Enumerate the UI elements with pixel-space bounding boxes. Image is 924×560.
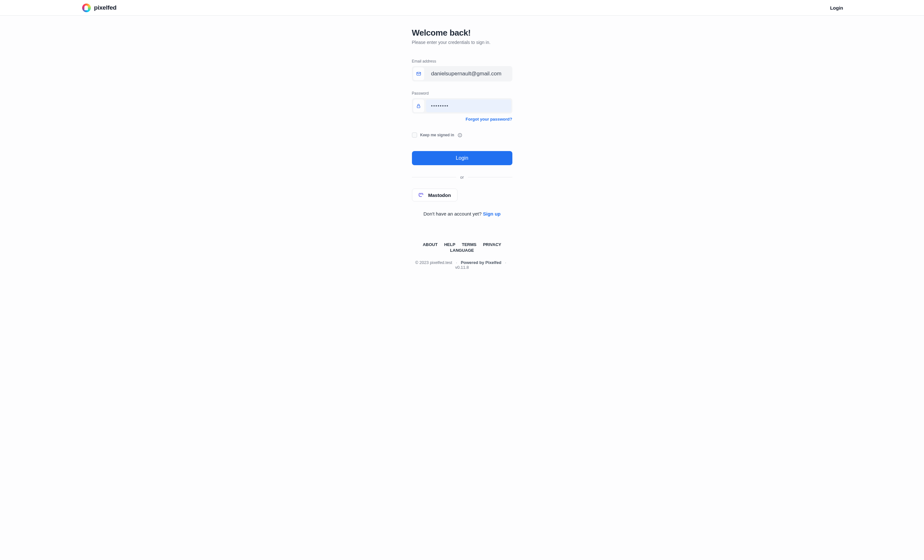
footer-link-privacy[interactable]: PRIVACY	[483, 242, 501, 247]
email-label: Email address	[412, 59, 512, 63]
lock-icon	[413, 99, 424, 112]
svg-rect-1	[417, 106, 420, 108]
divider: or	[412, 175, 512, 180]
password-label: Password	[412, 91, 512, 96]
page-title: Welcome back!	[412, 28, 512, 38]
mastodon-button[interactable]: Mastodon	[412, 189, 458, 201]
signup-link[interactable]: Sign up	[483, 211, 501, 217]
footer-link-language[interactable]: LANGUAGE	[450, 248, 474, 253]
signup-line: Don't have an account yet? Sign up	[412, 211, 512, 217]
brand-name: pixelfed	[94, 4, 117, 11]
remember-row: Keep me signed in	[412, 132, 512, 138]
footer-powered-by[interactable]: Powered by Pixelfed	[461, 260, 501, 265]
divider-line-right	[468, 177, 512, 177]
divider-text: or	[460, 175, 464, 180]
signup-prompt: Don't have an account yet?	[423, 211, 483, 217]
footer-links: ABOUT HELP TERMS PRIVACY LANGUAGE	[412, 241, 512, 253]
password-input[interactable]	[426, 99, 511, 112]
footer-copyright: © 2023 pixelfed.test	[415, 260, 452, 265]
remember-label: Keep me signed in	[420, 133, 454, 137]
topbar: pixelfed Login	[0, 0, 924, 16]
page-subtitle: Please enter your credentials to sign in…	[412, 40, 512, 45]
remember-checkbox[interactable]	[412, 132, 417, 138]
envelope-icon	[413, 67, 424, 80]
email-field-group: Email address	[412, 59, 512, 81]
mastodon-icon	[418, 192, 424, 198]
pixelfed-logo-icon	[82, 3, 91, 12]
email-input-wrap	[412, 66, 512, 81]
email-input[interactable]	[426, 67, 511, 80]
footer-meta: © 2023 pixelfed.test · Powered by Pixelf…	[412, 260, 512, 270]
topbar-login-link[interactable]: Login	[830, 5, 843, 10]
footer-link-terms[interactable]: TERMS	[462, 242, 477, 247]
login-button[interactable]: Login	[412, 151, 512, 165]
brand[interactable]: pixelfed	[82, 3, 117, 12]
password-field-group: Password Forgot your password?	[412, 91, 512, 121]
mastodon-label: Mastodon	[428, 192, 451, 198]
forgot-password-link[interactable]: Forgot your password?	[412, 117, 512, 121]
svg-point-4	[460, 134, 460, 135]
footer: ABOUT HELP TERMS PRIVACY LANGUAGE © 2023…	[412, 241, 512, 270]
divider-line-left	[412, 177, 456, 177]
footer-link-help[interactable]: HELP	[444, 242, 455, 247]
info-icon[interactable]	[458, 133, 462, 138]
password-input-wrap	[412, 98, 512, 114]
footer-version: v0.11.8	[455, 265, 469, 270]
login-card: Welcome back! Please enter your credenti…	[412, 16, 512, 270]
footer-link-about[interactable]: ABOUT	[423, 242, 438, 247]
